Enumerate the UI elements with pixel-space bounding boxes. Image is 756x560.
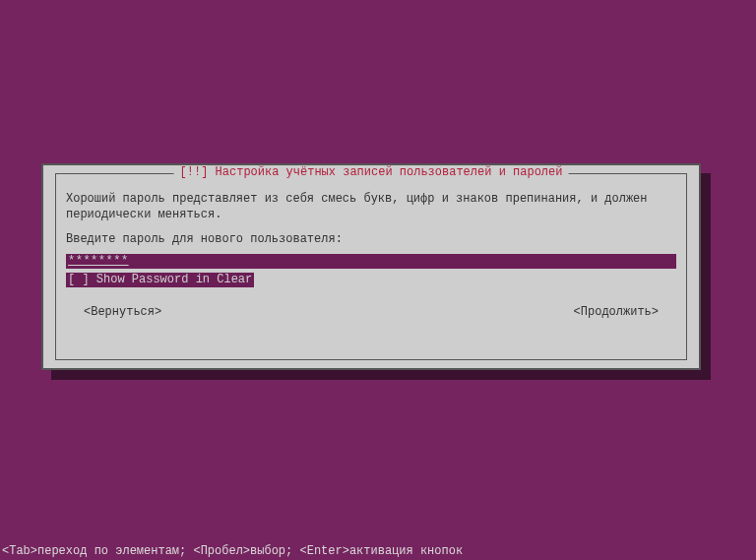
dialog-title: [!!] Настройка учётных записей пользоват… xyxy=(174,165,569,179)
tab-key-hint: <Tab> xyxy=(2,544,37,558)
installer-dialog: [!!] Настройка учётных записей пользоват… xyxy=(41,163,701,370)
show-password-checkbox[interactable]: [ ] Show Password in Clear xyxy=(66,273,254,287)
keyboard-help: <Tab>переход по элементам; <Пробел>выбор… xyxy=(2,544,463,558)
dialog-frame: [!!] Настройка учётных записей пользоват… xyxy=(55,173,687,360)
continue-button[interactable]: <Продолжить> xyxy=(574,305,659,319)
password-prompt: Введите пароль для нового пользователя: xyxy=(66,232,676,246)
back-button[interactable]: <Вернуться> xyxy=(84,305,161,319)
checkbox-label: Show Password in Clear xyxy=(96,273,252,286)
checkbox-box: [ ] xyxy=(68,273,90,286)
description-text: Хороший пароль представляет из себя смес… xyxy=(66,192,676,222)
button-row: <Вернуться> <Продолжить> xyxy=(66,305,676,319)
password-input[interactable]: ******** xyxy=(66,254,676,269)
space-key-hint: <Пробел> xyxy=(193,544,250,558)
title-text: Настройка учётных записей пользователей … xyxy=(216,165,563,179)
enter-key-hint: <Enter> xyxy=(299,544,348,558)
title-priority: [!!] xyxy=(180,165,209,179)
